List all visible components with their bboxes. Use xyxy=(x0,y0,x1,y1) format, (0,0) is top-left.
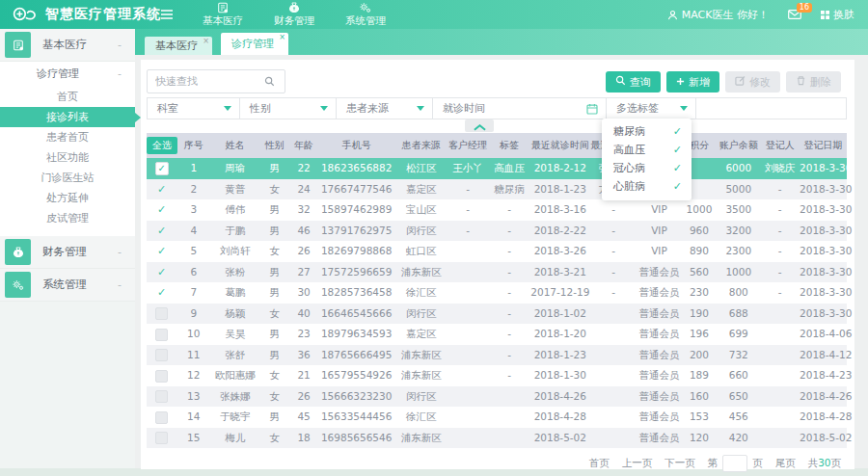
page-jump-input[interactable] xyxy=(722,455,747,472)
column-header[interactable]: 性别 xyxy=(259,133,289,158)
table-cell: 26 xyxy=(290,241,318,262)
table-row[interactable]: 12欧阳惠娜女2116579554926浦东新区-2018-1-30普通会员18… xyxy=(147,365,847,386)
sidebar-section-header[interactable]: 基本医疗- xyxy=(0,29,135,62)
table-row[interactable]: 10吴昊男2318979634593嘉定区-2018-1-20普通会员19669… xyxy=(147,324,847,345)
table-cell: 10 xyxy=(176,324,210,345)
column-header[interactable]: 账户余额 xyxy=(717,133,760,158)
messages-button[interactable]: 16 xyxy=(788,10,801,19)
row-checkbox[interactable] xyxy=(155,329,168,341)
filter-visit-time[interactable]: 就诊时间 xyxy=(433,98,607,119)
pagination-next[interactable]: 下一页 xyxy=(665,457,695,470)
filter-department[interactable]: 科室 xyxy=(148,98,240,119)
table-row[interactable]: 11张舒男3618765666495浦东新区-2018-1-23普通会员2007… xyxy=(147,345,847,366)
delete-button[interactable]: 删除 xyxy=(786,71,841,93)
column-header[interactable]: 最近就诊时间 xyxy=(530,133,591,158)
toolbar-buttons: 查询新增修改删除 xyxy=(606,71,841,93)
pagination-prev[interactable]: 上一页 xyxy=(622,457,653,470)
tab[interactable]: 诊疗管理× xyxy=(221,33,288,55)
table-row[interactable]: ✓7葛鹏男3018285736458徐汇区-2017-12-19-普通会员230… xyxy=(147,282,847,304)
table-cell: 吴昊 xyxy=(210,324,259,345)
sidebar-item[interactable]: 门诊医生站 xyxy=(0,168,135,188)
column-header[interactable]: 登记人 xyxy=(760,133,800,158)
user-icon xyxy=(667,10,678,20)
table-cell: 普通会员 xyxy=(637,407,682,428)
row-checkbox[interactable] xyxy=(155,370,168,383)
column-header[interactable]: 年龄 xyxy=(290,133,318,158)
column-header[interactable]: 登记日期 xyxy=(800,133,847,158)
pagination-last[interactable]: 尾页 xyxy=(775,457,796,470)
column-header[interactable]: 患者来源 xyxy=(395,133,448,158)
query-button[interactable]: 查询 xyxy=(606,71,661,93)
sidebar-item[interactable]: 患者首页 xyxy=(0,127,135,147)
table-cell: 男 xyxy=(259,199,289,221)
table-cell: - xyxy=(489,324,530,345)
table-row[interactable]: 9杨颖女4016646545666闵行区-2018-1-02普通会员190688… xyxy=(147,304,847,325)
dropdown-option[interactable]: 高血压✓ xyxy=(602,141,692,159)
pagination-first[interactable]: 首页 xyxy=(589,457,610,470)
user-menu[interactable]: MACK医生 你好！ xyxy=(667,8,769,22)
table-row[interactable]: 13张姝娜女2615666323230闵行区2018-4-26普通会员16065… xyxy=(147,386,847,408)
column-header[interactable]: 标签 xyxy=(489,133,530,158)
top-nav-item[interactable]: 基本医疗 xyxy=(201,2,245,28)
sidebar-submenu-title[interactable]: 诊疗管理- xyxy=(0,62,135,87)
row-check-icon[interactable]: ✓ xyxy=(157,225,166,237)
table-row[interactable]: ✓1周瑜男2218623656882松江区王小丫高血压2018-2-12张医师6… xyxy=(147,158,847,179)
table-row[interactable]: ✓6张粉男2717572596659浦东新区-2018-3-21-普通会员560… xyxy=(147,262,847,283)
add-button[interactable]: 新增 xyxy=(666,71,719,93)
tab-close-icon[interactable]: × xyxy=(279,33,285,41)
table-cell: 男 xyxy=(259,158,289,179)
table-row[interactable]: ✓2黄普女2417667477546嘉定区-糖尿病2018-1-23方医师500… xyxy=(147,179,847,200)
row-check-icon[interactable]: ✓ xyxy=(157,245,166,257)
sidebar-item[interactable]: 接诊列表 xyxy=(0,107,135,127)
row-check-icon[interactable]: ✓ xyxy=(157,183,166,196)
check-icon: ✓ xyxy=(673,125,682,138)
select-all-button[interactable]: 全选 xyxy=(147,137,177,154)
table-cell: 普通会员 xyxy=(637,262,682,283)
row-checkbox[interactable] xyxy=(155,307,168,320)
row-checkbox[interactable] xyxy=(155,390,168,403)
top-nav-item[interactable]: 财务管理 xyxy=(272,2,316,28)
dropdown-option[interactable]: 心脏病✓ xyxy=(602,177,692,196)
hamburger-icon[interactable] xyxy=(160,10,174,19)
table-row[interactable]: ✓5刘尚轩女2618269798868虹口区-2018-3-26-VIP8902… xyxy=(147,241,847,262)
row-checkbox[interactable] xyxy=(155,432,168,444)
search-input[interactable] xyxy=(147,69,285,93)
column-header[interactable]: 客户经理 xyxy=(448,133,489,158)
table-cell: 2018-1-20 xyxy=(530,324,591,345)
table-cell: 18269798868 xyxy=(318,241,395,262)
pagination-total: 共30页 xyxy=(808,457,841,470)
row-checkbox[interactable]: ✓ xyxy=(155,162,169,175)
skin-switch-button[interactable]: 换肤 xyxy=(821,8,854,22)
column-header[interactable]: 手机号 xyxy=(318,133,395,158)
table-row[interactable]: ✓4于鹏男4613791762975闵行区--2018-2-22-VIP9603… xyxy=(147,221,847,242)
filter-patient-source[interactable]: 患者来源 xyxy=(337,98,433,119)
sidebar-item[interactable]: 首页 xyxy=(0,87,135,107)
row-check-icon[interactable]: ✓ xyxy=(157,266,166,278)
filter-multi-tags[interactable]: 多选标签 xyxy=(607,98,696,119)
collapse-button[interactable] xyxy=(465,119,494,132)
skin-label: 换肤 xyxy=(833,8,854,22)
column-header[interactable]: 姓名 xyxy=(210,133,259,158)
dropdown-option[interactable]: 糖尿病✓ xyxy=(602,122,692,141)
filter-gender[interactable]: 性别 xyxy=(240,98,337,119)
sidebar-item[interactable]: 皮试管理 xyxy=(0,208,135,228)
tab-close-icon[interactable]: × xyxy=(203,37,209,45)
column-header[interactable]: 序号 xyxy=(176,133,210,158)
table-row[interactable]: ✓3傅伟男3215897462989宝山区--2018-3-16-VIP1000… xyxy=(147,199,847,221)
row-checkbox[interactable] xyxy=(155,349,168,361)
table-cell: 890 xyxy=(682,241,717,262)
table-row[interactable]: 14于晓宇男4515633544456徐汇区2018-4-28普通会员15345… xyxy=(147,407,847,428)
dropdown-option[interactable]: 冠心病✓ xyxy=(602,159,692,177)
sidebar-item[interactable]: 处方延伸 xyxy=(0,188,135,208)
row-check-icon[interactable]: ✓ xyxy=(157,286,166,299)
edit-button[interactable]: 修改 xyxy=(725,71,780,93)
sidebar-item[interactable]: 社区功能 xyxy=(0,147,135,168)
tab[interactable]: 基本医疗× xyxy=(145,37,212,55)
table-row[interactable]: 15梅儿女1816985656546浦东新区2018-5-02普通会员12042… xyxy=(147,428,847,449)
row-check-icon[interactable]: ✓ xyxy=(157,203,166,216)
row-checkbox[interactable] xyxy=(155,411,168,424)
top-nav-item[interactable]: 系统管理 xyxy=(343,2,388,28)
sidebar-section-header[interactable]: 系统管理- xyxy=(0,269,135,302)
pagination-jump-label-post: 页 xyxy=(752,457,763,470)
sidebar-section-header[interactable]: 财务管理- xyxy=(0,236,135,269)
